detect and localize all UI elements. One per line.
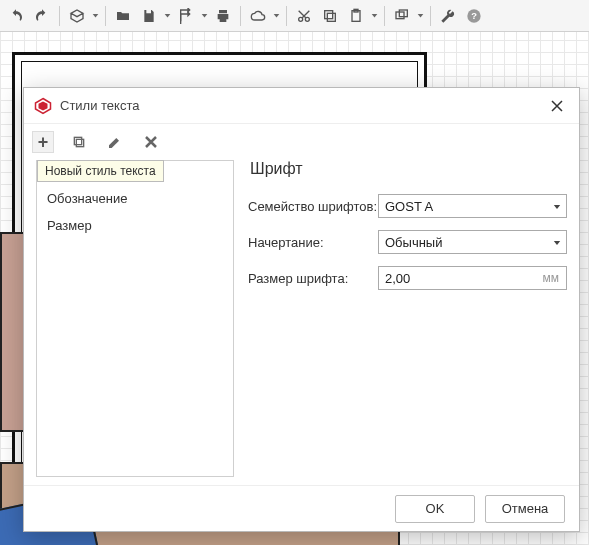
font-family-label: Семейство шрифтов:: [248, 199, 378, 214]
export-icon[interactable]: [174, 4, 198, 28]
redo-icon[interactable]: [30, 4, 54, 28]
font-style-row: Начертание: Обычный: [248, 230, 567, 254]
windows-icon[interactable]: [390, 4, 414, 28]
delete-style-button[interactable]: [140, 131, 162, 153]
duplicate-style-button[interactable]: [68, 131, 90, 153]
list-item[interactable]: Обозначение: [37, 185, 233, 212]
dialog-toolbar: +: [24, 124, 579, 160]
help-icon[interactable]: ?: [462, 4, 486, 28]
font-family-select[interactable]: GOST A: [378, 194, 567, 218]
toolbar-separator: [286, 6, 287, 26]
dropdown-caret-icon[interactable]: [200, 12, 209, 19]
toolbar-separator: [240, 6, 241, 26]
dropdown-caret-icon[interactable]: [272, 12, 281, 19]
app-logo-icon: [34, 97, 52, 115]
dropdown-caret-icon[interactable]: [91, 12, 100, 19]
list-item[interactable]: Размер: [37, 212, 233, 239]
add-style-button[interactable]: +: [32, 131, 54, 153]
cloud-icon[interactable]: [246, 4, 270, 28]
dialog-body: Новый стиль текста Обозначение Размер Шр…: [24, 160, 579, 485]
paste-icon[interactable]: [344, 4, 368, 28]
svg-rect-13: [74, 137, 81, 144]
font-style-label: Начертание:: [248, 235, 378, 250]
dialog-title: Стили текста: [60, 98, 545, 113]
svg-rect-12: [76, 139, 83, 146]
copy-icon[interactable]: [318, 4, 342, 28]
new-style-tooltip: Новый стиль текста: [37, 160, 164, 182]
print-icon[interactable]: [211, 4, 235, 28]
svg-text:?: ?: [471, 11, 477, 21]
dropdown-caret-icon[interactable]: [163, 12, 172, 19]
toolbar-separator: [430, 6, 431, 26]
toolbar-separator: [384, 6, 385, 26]
style-properties-pane: Шрифт Семейство шрифтов: GOST A Начертан…: [248, 160, 567, 477]
styles-list-pane: Новый стиль текста Обозначение Размер: [36, 160, 234, 477]
toolbar-separator: [105, 6, 106, 26]
folder-open-icon[interactable]: [111, 4, 135, 28]
svg-marker-11: [39, 101, 48, 110]
edit-style-button[interactable]: [104, 131, 126, 153]
wrench-icon[interactable]: [436, 4, 460, 28]
dropdown-caret-icon[interactable]: [370, 12, 379, 19]
svg-rect-3: [325, 10, 333, 18]
toolbar-separator: [59, 6, 60, 26]
font-style-select[interactable]: Обычный: [378, 230, 567, 254]
section-heading: Шрифт: [250, 160, 567, 178]
text-styles-dialog: Стили текста + Новый стиль текста Обозна…: [23, 87, 580, 532]
app-toolbar: ?: [0, 0, 589, 32]
dialog-titlebar: Стили текста: [24, 88, 579, 124]
cancel-button[interactable]: Отмена: [485, 495, 565, 523]
font-family-row: Семейство шрифтов: GOST A: [248, 194, 567, 218]
close-button[interactable]: [545, 94, 569, 118]
dropdown-caret-icon[interactable]: [416, 12, 425, 19]
font-size-unit: мм: [543, 271, 560, 285]
font-size-input[interactable]: [378, 266, 567, 290]
font-size-label: Размер шрифта:: [248, 271, 378, 286]
ok-button[interactable]: OK: [395, 495, 475, 523]
package-icon[interactable]: [65, 4, 89, 28]
styles-list: Обозначение Размер: [37, 185, 233, 239]
font-size-row: Размер шрифта: мм: [248, 266, 567, 290]
dialog-footer: OK Отмена: [24, 485, 579, 531]
cut-icon[interactable]: [292, 4, 316, 28]
svg-rect-2: [327, 13, 335, 21]
undo-icon[interactable]: [4, 4, 28, 28]
save-icon[interactable]: [137, 4, 161, 28]
